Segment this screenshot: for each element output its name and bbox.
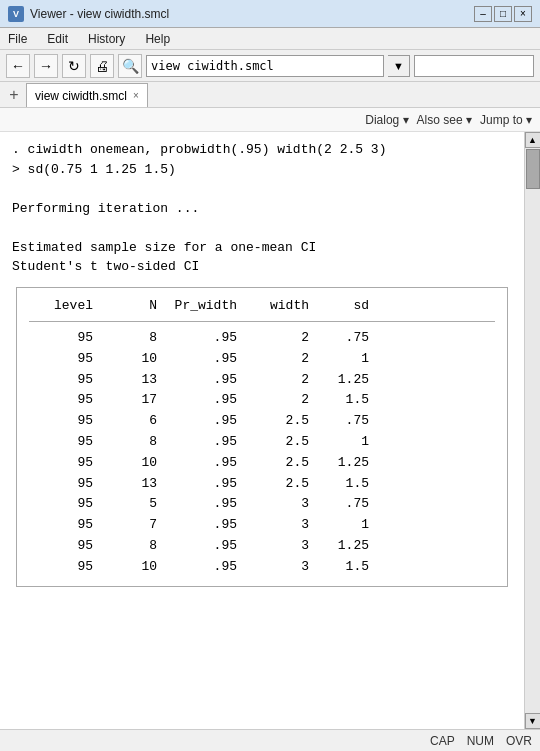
cell-prwidth: .95 [157,349,237,370]
col-header-width: width [237,296,309,316]
cell-prwidth: .95 [157,390,237,411]
table-row: 95 8 .95 2.5 1 [29,432,495,453]
cell-n: 5 [93,494,157,515]
cell-prwidth: .95 [157,328,237,349]
jump-to-button[interactable]: Jump to ▾ [480,113,532,127]
cell-prwidth: .95 [157,453,237,474]
cell-width: 2 [237,370,309,391]
cell-level: 95 [29,474,93,495]
cell-width: 2 [237,390,309,411]
cell-prwidth: .95 [157,411,237,432]
cell-prwidth: .95 [157,474,237,495]
col-header-level: level [29,296,93,316]
cell-width: 3 [237,515,309,536]
table-row: 95 17 .95 2 1.5 [29,390,495,411]
scrollbar[interactable]: ▲ ▼ [524,132,540,729]
cell-prwidth: .95 [157,536,237,557]
cell-n: 10 [93,453,157,474]
minimize-button[interactable]: – [474,6,492,22]
cell-sd: 1.5 [309,474,369,495]
cell-level: 95 [29,328,93,349]
cell-prwidth: .95 [157,432,237,453]
app-icon: V [8,6,24,22]
table-row: 95 10 .95 2.5 1.25 [29,453,495,474]
cell-width: 2.5 [237,432,309,453]
content-area: . ciwidth onemean, probwidth(.95) width(… [0,132,540,729]
cell-sd: 1.25 [309,453,369,474]
window-controls[interactable]: – □ × [474,6,532,22]
search-input[interactable] [414,55,534,77]
table-row: 95 5 .95 3 .75 [29,494,495,515]
cell-n: 8 [93,328,157,349]
cell-level: 95 [29,349,93,370]
maximize-button[interactable]: □ [494,6,512,22]
col-header-sd: sd [309,296,369,316]
scroll-thumb[interactable] [526,149,540,189]
command-line-1: . ciwidth onemean, probwidth(.95) width(… [12,140,512,160]
command-line-2: > sd(0.75 1 1.25 1.5) [12,160,512,180]
title-bar: V Viewer - view ciwidth.smcl – □ × [0,0,540,28]
forward-button[interactable]: → [34,54,58,78]
table-row: 95 13 .95 2 1.25 [29,370,495,391]
tab-bar: + view ciwidth.smcl × [0,82,540,108]
cell-n: 7 [93,515,157,536]
scroll-down-arrow[interactable]: ▼ [525,713,541,729]
scroll-up-arrow[interactable]: ▲ [525,132,541,148]
tab-close-button[interactable]: × [133,90,139,101]
data-table: level N Pr_width width sd 95 8 .95 2 .75… [16,287,508,587]
cell-sd: 1.5 [309,557,369,578]
reload-button[interactable]: ↻ [62,54,86,78]
scroll-track[interactable] [525,148,541,713]
cell-sd: .75 [309,494,369,515]
print-button[interactable]: 🖨 [90,54,114,78]
table-row: 95 10 .95 3 1.5 [29,557,495,578]
cell-width: 2.5 [237,474,309,495]
cell-sd: 1.25 [309,370,369,391]
close-button[interactable]: × [514,6,532,22]
table-row: 95 8 .95 3 1.25 [29,536,495,557]
table-row: 95 8 .95 2 .75 [29,328,495,349]
cell-level: 95 [29,557,93,578]
cell-level: 95 [29,411,93,432]
menu-edit[interactable]: Edit [43,30,72,48]
add-tab-button[interactable]: + [4,85,24,105]
content-scroll[interactable]: . ciwidth onemean, probwidth(.95) width(… [0,132,524,729]
table-row: 95 6 .95 2.5 .75 [29,411,495,432]
find-button[interactable]: 🔍 [118,54,142,78]
cell-level: 95 [29,370,93,391]
address-input[interactable] [146,55,384,77]
back-button[interactable]: ← [6,54,30,78]
cell-prwidth: .95 [157,370,237,391]
menu-file[interactable]: File [4,30,31,48]
cell-n: 17 [93,390,157,411]
cell-level: 95 [29,494,93,515]
table-row: 95 10 .95 2 1 [29,349,495,370]
tab-view-ciwidth[interactable]: view ciwidth.smcl × [26,83,148,107]
also-see-button[interactable]: Also see ▾ [417,113,472,127]
cell-sd: 1 [309,349,369,370]
dialog-button[interactable]: Dialog ▾ [365,113,408,127]
cell-n: 8 [93,432,157,453]
cell-width: 2 [237,328,309,349]
cell-width: 2.5 [237,411,309,432]
status-ovr: OVR [506,734,532,748]
cell-sd: .75 [309,411,369,432]
search-icon[interactable]: ▼ [388,55,410,77]
action-bar: Dialog ▾ Also see ▾ Jump to ▾ [0,108,540,132]
menu-help[interactable]: Help [141,30,174,48]
cell-n: 10 [93,349,157,370]
menu-history[interactable]: History [84,30,129,48]
cell-prwidth: .95 [157,557,237,578]
table-row: 95 7 .95 3 1 [29,515,495,536]
cell-level: 95 [29,390,93,411]
cell-n: 10 [93,557,157,578]
cell-width: 2 [237,349,309,370]
blank-line-1 [12,179,512,199]
cell-width: 3 [237,494,309,515]
cell-n: 13 [93,474,157,495]
cell-level: 95 [29,432,93,453]
blank-line-2 [12,218,512,238]
table-header: level N Pr_width width sd [29,296,495,323]
window-title: Viewer - view ciwidth.smcl [30,7,169,21]
menu-bar: File Edit History Help [0,28,540,50]
